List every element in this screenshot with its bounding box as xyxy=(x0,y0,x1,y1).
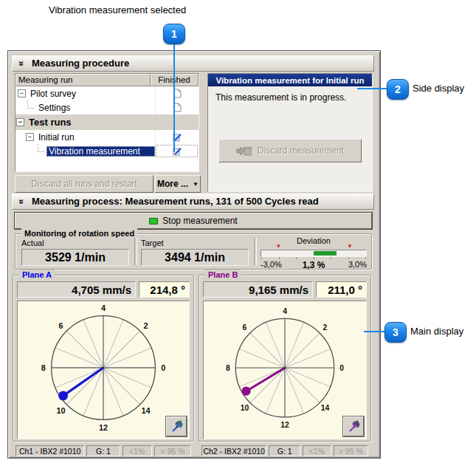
actual-label: Actual xyxy=(21,239,129,247)
deviation-ticks xyxy=(261,257,367,259)
expander-icon[interactable]: − xyxy=(26,133,34,141)
gain-label: G: 1 xyxy=(86,445,120,456)
deviation-value-label: 1,3 % xyxy=(303,260,325,270)
low-level-label: <1% xyxy=(303,445,331,456)
plane-b-legend: Plane B xyxy=(205,270,241,280)
measuring-run-table: Measuring run Finished − Pilot survey Se… xyxy=(15,73,199,172)
expander-icon[interactable]: − xyxy=(16,118,24,126)
plane-a-legend: Plane A xyxy=(19,270,55,280)
tree-guide-icon xyxy=(38,144,44,152)
svg-text:14: 14 xyxy=(321,404,330,412)
finished-cell xyxy=(155,86,199,100)
low-level-label: <1% xyxy=(123,445,152,456)
table-row-settings[interactable]: Settings xyxy=(15,100,199,114)
plane-a-polar-chart: 02468101214 xyxy=(17,301,190,439)
svg-text:4: 4 xyxy=(101,303,106,312)
row-label-selected: Vibration measurement xyxy=(46,146,155,157)
callout-label-main-display: Main display xyxy=(410,326,463,337)
finished-cell xyxy=(155,100,199,114)
svg-text:0: 0 xyxy=(161,363,165,372)
discard-measurement-button[interactable]: Discard measurement xyxy=(218,139,362,162)
svg-text:0: 0 xyxy=(339,364,344,372)
measurement-window: » Measuring procedure Measuring run Fini… xyxy=(7,50,381,459)
svg-text:8: 8 xyxy=(41,363,46,372)
plane-a-statusbar: Ch1 - IBX2 #1010 G: 1 <1% > 95 % xyxy=(15,445,191,456)
more-label: More ... xyxy=(157,179,188,189)
callout-line-3 xyxy=(364,331,384,332)
svg-text:10: 10 xyxy=(56,406,65,415)
plane-b-polar-chart: 02468101214 xyxy=(203,301,367,439)
table-row-pilot-survey[interactable]: − Pilot survey xyxy=(15,86,199,100)
svg-text:2: 2 xyxy=(143,321,148,330)
green-led-icon xyxy=(149,218,158,224)
channel-label: Ch2 - IBX2 #1010 xyxy=(201,445,266,456)
deviation-gauge: Deviation ▼ ▼ -3,0% 1,3 % 3,0% xyxy=(261,236,367,266)
polar-chart-svg: 02468101214 xyxy=(204,301,366,439)
callout-label-side-display: Side display xyxy=(413,83,464,94)
more-button[interactable]: More ... ▼ xyxy=(155,175,201,193)
plane-b-phase-display: 211,0 ° xyxy=(316,281,367,298)
table-row-vibration-measurement[interactable]: Vibration measurement xyxy=(15,144,199,158)
separator xyxy=(134,238,137,265)
plane-a-phase-display: 214,8 ° xyxy=(139,281,190,298)
measuring-process-header[interactable]: » Measuring process: Measurement runs, 1… xyxy=(12,193,374,210)
deviation-low-marker-icon: ▼ xyxy=(276,244,282,250)
separator xyxy=(254,238,257,265)
actual-speed-display: 3529 1/min xyxy=(21,249,129,266)
collapse-chevron-icon: » xyxy=(18,59,25,68)
tree-guide-icon xyxy=(27,100,34,109)
side-display-panel: Vibration measurement for Initial run Th… xyxy=(207,73,373,192)
actual-speed-block: Actual 3529 1/min xyxy=(21,239,129,266)
side-panel-title: Vibration measurement for Initial run xyxy=(208,74,372,86)
measuring-process-title: Measuring process: Measurement runs, 131… xyxy=(32,194,319,209)
finished-cell xyxy=(155,130,199,144)
column-header-measuring-run: Measuring run xyxy=(15,74,151,86)
plane-b-wand-button[interactable] xyxy=(343,416,364,436)
svg-text:12: 12 xyxy=(99,423,108,432)
plane-a-magnitude-display: 4,705 mm/s xyxy=(17,281,136,298)
table-row-initial-run[interactable]: − Initial run xyxy=(15,130,199,144)
expander-icon[interactable]: − xyxy=(18,89,26,97)
polar-chart-svg: 02468101214 xyxy=(18,301,189,439)
discard-all-runs-button[interactable]: Discard all runs and restart xyxy=(15,175,154,193)
target-speed-display: 3494 1/min xyxy=(141,249,249,266)
rotation-speed-groupbox: Monitoring of rotation speed Actual 3529… xyxy=(15,233,372,270)
callout-line-2 xyxy=(357,88,387,89)
plane-b-groupbox: Plane B 9,165 mm/s 211,0 ° 02468101214 xyxy=(199,275,371,442)
callout-badge-2: 2 xyxy=(387,79,409,100)
dropdown-arrow-icon: ▼ xyxy=(193,181,199,188)
deviation-max-label: 3,0% xyxy=(348,260,367,269)
measuring-procedure-header[interactable]: » Measuring procedure xyxy=(12,55,374,72)
discard-measurement-label: Discard measurement xyxy=(258,145,344,156)
svg-text:14: 14 xyxy=(141,406,150,415)
callout-line-1 xyxy=(173,43,175,152)
target-label: Target xyxy=(141,239,249,247)
row-label: Initial run xyxy=(36,132,77,143)
svg-text:12: 12 xyxy=(280,421,289,429)
plane-a-groupbox: Plane A 4,705 mm/s 214,8 ° 02468101214 xyxy=(13,275,194,442)
svg-text:4: 4 xyxy=(283,307,287,315)
row-label: Test runs xyxy=(27,117,74,128)
callout-badge-3: 3 xyxy=(384,322,407,343)
collapse-chevron-icon: » xyxy=(18,197,25,206)
deviation-min-label: -3,0% xyxy=(261,260,282,269)
row-label: Pilot survey xyxy=(28,89,78,99)
plane-b-statusbar: Ch2 - IBX2 #1010 G: 1 <1% > 95 % xyxy=(201,445,368,456)
stop-measurement-button[interactable]: Stop measurement xyxy=(15,213,372,229)
side-panel-message: This measurement is in progress. xyxy=(208,86,372,109)
deviation-track xyxy=(261,250,367,257)
finished-cell xyxy=(155,144,199,158)
deviation-scale-labels: -3,0% 1,3 % 3,0% xyxy=(261,260,367,270)
measurement-points-wand-icon xyxy=(348,420,360,433)
plane-a-wand-button[interactable] xyxy=(166,416,187,436)
deviation-high-marker-icon: ▼ xyxy=(347,244,353,250)
table-header: Measuring run Finished xyxy=(15,74,199,86)
measuring-procedure-title: Measuring procedure xyxy=(32,56,129,71)
high-level-label: > 95 % xyxy=(154,445,191,456)
svg-text:2: 2 xyxy=(323,323,328,332)
annotation-title: Vibration measurement selected xyxy=(49,4,186,16)
channel-label: Ch1 - IBX2 #1010 xyxy=(15,445,84,456)
stop-measurement-label: Stop measurement xyxy=(162,216,237,226)
deviation-value-bar xyxy=(314,251,337,255)
table-row-test-runs[interactable]: − Test runs xyxy=(15,114,199,130)
